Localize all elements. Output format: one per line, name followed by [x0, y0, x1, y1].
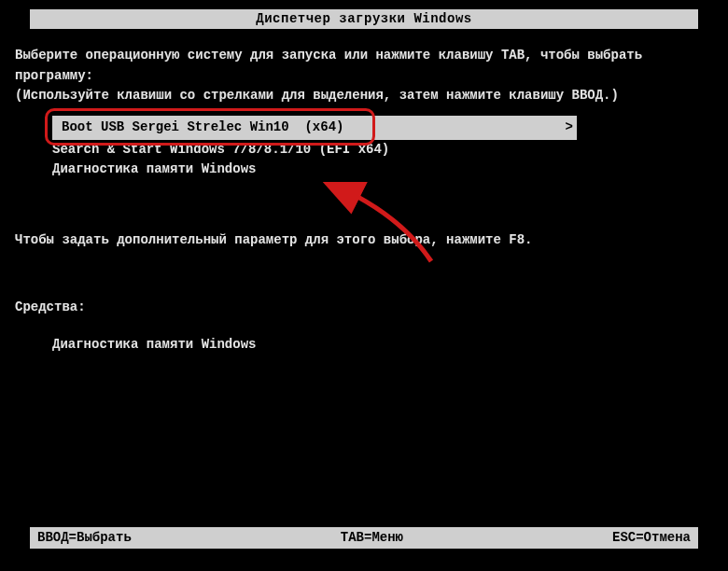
- instruction-line-1: Выберите операционную систему для запуск…: [15, 46, 713, 66]
- footer-tab: TAB=Меню: [341, 530, 403, 545]
- boot-manager-screen: Диспетчер загрузки Windows Выберите опер…: [0, 0, 728, 571]
- selection-caret-icon: >: [566, 118, 573, 138]
- boot-options-list[interactable]: Boot USB Sergei Strelec Win10 (x64)> Sea…: [52, 116, 713, 180]
- title-bar: Диспетчер загрузки Windows: [30, 9, 698, 29]
- instruction-line-2: программу:: [15, 66, 713, 87]
- boot-option-selected[interactable]: Boot USB Sergei Strelec Win10 (x64)>: [52, 116, 577, 140]
- boot-option-2[interactable]: Search & Start Windows 7/8/8.1/10 (EFI x…: [52, 140, 713, 160]
- instruction-line-3: (Используйте клавиши со стрелками для вы…: [15, 86, 713, 106]
- boot-option-selected-label: Boot USB Sergei Strelec Win10 (x64): [62, 119, 343, 134]
- footer-enter: ВВОД=Выбрать: [37, 530, 132, 545]
- screen-area: Диспетчер загрузки Windows Выберите опер…: [11, 9, 717, 562]
- tools-item-1[interactable]: Диагностика памяти Windows: [52, 335, 713, 355]
- footer-esc: ESC=Отмена: [612, 530, 691, 545]
- tools-heading: Средства:: [15, 298, 713, 318]
- f8-hint: Чтобы задать дополнительный параметр для…: [15, 230, 713, 251]
- boot-option-selected-wrap[interactable]: Boot USB Sergei Strelec Win10 (x64)>: [52, 116, 577, 140]
- footer-bar: ВВОД=Выбрать TAB=Меню ESC=Отмена: [30, 527, 698, 549]
- boot-option-3[interactable]: Диагностика памяти Windows: [52, 160, 713, 180]
- content-area: Выберите операционную систему для запуск…: [11, 29, 717, 355]
- tools-list[interactable]: Диагностика памяти Windows: [52, 335, 713, 355]
